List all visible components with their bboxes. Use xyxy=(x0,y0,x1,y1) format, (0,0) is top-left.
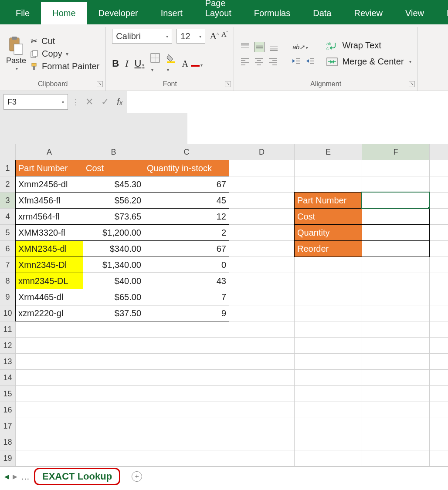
row-header-19[interactable]: 19 xyxy=(0,450,16,466)
sheet-nav-next[interactable]: ▶ xyxy=(13,473,17,480)
sheet-tab-active[interactable]: EXACT Lookup xyxy=(34,468,120,485)
cell-E18[interactable] xyxy=(295,434,362,450)
cell-B4[interactable]: $73.65 xyxy=(83,208,144,225)
cell-D7[interactable] xyxy=(229,257,295,273)
cell-C6[interactable]: 67 xyxy=(144,240,229,257)
cell-B5[interactable]: $1,200.00 xyxy=(83,224,144,241)
copy-button[interactable]: Copy ▾ xyxy=(31,49,99,59)
cell-G13[interactable] xyxy=(430,354,448,370)
decrease-font-icon[interactable]: Aˇ xyxy=(221,30,228,42)
underline-button[interactable]: U▾ xyxy=(135,58,145,69)
col-header-g[interactable] xyxy=(430,144,448,160)
cell-B13[interactable] xyxy=(83,354,144,370)
cell-B12[interactable] xyxy=(83,338,144,354)
row-header-12[interactable]: 12 xyxy=(0,338,16,354)
cell-A19[interactable] xyxy=(16,450,83,466)
cell-A11[interactable] xyxy=(16,321,83,338)
tab-review[interactable]: Review xyxy=(343,2,394,24)
cell-A2[interactable]: Xmm2456-dl xyxy=(15,176,83,193)
row-header-1[interactable]: 1 xyxy=(0,160,16,176)
cell-F1[interactable] xyxy=(362,160,430,176)
cell-B14[interactable] xyxy=(83,370,144,386)
increase-font-icon[interactable]: A^ xyxy=(210,30,219,42)
row-header-16[interactable]: 16 xyxy=(0,402,16,418)
cell-D15[interactable] xyxy=(229,386,295,402)
cell-D12[interactable] xyxy=(229,338,295,354)
cell-G16[interactable] xyxy=(430,402,448,418)
cell-F7[interactable] xyxy=(362,257,430,273)
paste-button[interactable]: Paste ▾ xyxy=(6,36,26,71)
cell-F16[interactable] xyxy=(362,402,430,418)
increase-indent-button[interactable] xyxy=(305,57,315,65)
cell-B6[interactable]: $340.00 xyxy=(83,240,144,257)
cell-A1[interactable]: Part Number xyxy=(15,160,83,176)
cell-C14[interactable] xyxy=(144,370,229,386)
align-bottom-button[interactable] xyxy=(269,42,278,52)
cell-E6[interactable]: Reorder xyxy=(294,240,362,257)
cell-A15[interactable] xyxy=(16,386,83,402)
worksheet-grid[interactable]: ABCDEF1Part NumberCostQuantity in-stock2… xyxy=(0,144,448,466)
cell-E2[interactable] xyxy=(295,176,362,193)
cell-B18[interactable] xyxy=(83,434,144,450)
cell-E14[interactable] xyxy=(295,370,362,386)
cell-B7[interactable]: $1,340.00 xyxy=(83,257,144,273)
cell-C10[interactable]: 9 xyxy=(144,305,229,321)
font-size-select[interactable]: 12▾ xyxy=(176,29,205,44)
bold-button[interactable]: B xyxy=(112,58,119,69)
cell-D2[interactable] xyxy=(229,176,295,193)
cell-C17[interactable] xyxy=(144,418,229,434)
cell-B11[interactable] xyxy=(83,321,144,338)
cell-B10[interactable]: $37.50 xyxy=(83,305,144,321)
dialog-launcher-icon[interactable]: ↘ xyxy=(225,81,231,87)
cell-C15[interactable] xyxy=(144,386,229,402)
cell-G2[interactable] xyxy=(430,176,448,193)
cell-B19[interactable] xyxy=(83,450,144,466)
cell-F14[interactable] xyxy=(362,370,430,386)
cell-B9[interactable]: $65.00 xyxy=(83,289,144,305)
cell-D8[interactable] xyxy=(229,273,295,289)
cell-A12[interactable] xyxy=(16,338,83,354)
cell-A5[interactable]: XMM3320-fl xyxy=(15,224,83,241)
cell-A8[interactable]: xmn2345-DL xyxy=(15,273,83,289)
row-header-18[interactable]: 18 xyxy=(0,434,16,450)
cell-C4[interactable]: 12 xyxy=(144,208,229,225)
cell-G8[interactable] xyxy=(430,273,448,289)
align-right-button[interactable] xyxy=(268,57,278,65)
cell-D14[interactable] xyxy=(229,370,295,386)
cell-F10[interactable] xyxy=(362,305,430,321)
cell-D16[interactable] xyxy=(229,402,295,418)
cell-C16[interactable] xyxy=(144,402,229,418)
cell-A16[interactable] xyxy=(16,402,83,418)
cell-G1[interactable] xyxy=(430,160,448,176)
cell-E13[interactable] xyxy=(295,354,362,370)
col-header-A[interactable]: A xyxy=(16,144,83,160)
align-left-button[interactable] xyxy=(240,57,250,65)
cell-G4[interactable] xyxy=(430,209,448,225)
cell-B8[interactable]: $40.00 xyxy=(83,273,144,289)
decrease-indent-button[interactable] xyxy=(292,57,301,65)
cell-C12[interactable] xyxy=(144,338,229,354)
dialog-launcher-icon[interactable]: ↘ xyxy=(409,81,415,87)
cell-E9[interactable] xyxy=(295,289,362,305)
cell-B1[interactable]: Cost xyxy=(83,160,144,176)
cell-E8[interactable] xyxy=(295,273,362,289)
cell-F5[interactable] xyxy=(362,224,430,241)
name-box[interactable]: F3 ▾ xyxy=(3,94,68,110)
tab-view[interactable]: View xyxy=(394,2,435,24)
cell-A3[interactable]: Xfm3456-fl xyxy=(15,192,83,209)
row-header-5[interactable]: 5 xyxy=(0,225,16,241)
tab-page-layout[interactable]: Page Layout xyxy=(194,0,243,24)
cell-G3[interactable] xyxy=(430,193,448,209)
cell-C19[interactable] xyxy=(144,450,229,466)
tab-home[interactable]: Home xyxy=(41,2,87,24)
col-header-C[interactable]: C xyxy=(144,144,229,160)
row-header-8[interactable]: 8 xyxy=(0,273,16,289)
cell-E7[interactable] xyxy=(295,257,362,273)
cell-E4[interactable]: Cost xyxy=(294,208,362,225)
cell-C7[interactable]: 0 xyxy=(144,257,229,273)
cell-G9[interactable] xyxy=(430,289,448,305)
tab-insert[interactable]: Insert xyxy=(149,2,194,24)
cell-E17[interactable] xyxy=(295,418,362,434)
cell-D6[interactable] xyxy=(229,241,295,257)
cell-G14[interactable] xyxy=(430,370,448,386)
